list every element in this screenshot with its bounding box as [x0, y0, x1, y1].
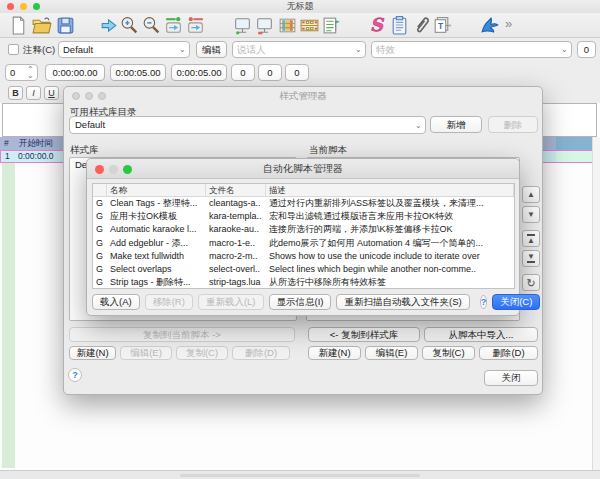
storage-copy-button[interactable]: 复制(C)	[176, 346, 228, 360]
grid-header-start-time: 开始时间	[19, 137, 53, 150]
import-from-script-button[interactable]: 从脚本中导入...	[424, 327, 538, 342]
shift-times-forward-icon[interactable]	[163, 15, 184, 36]
styling-assistant-icon[interactable]	[321, 15, 342, 36]
help-button[interactable]: ?	[68, 368, 82, 382]
script-resolution-icon[interactable]	[254, 15, 275, 36]
margin-left-field[interactable]: 0	[231, 64, 255, 81]
row-index: 1	[5, 151, 10, 162]
scripts-table[interactable]: 名称 文件名 描述 GClean Tags - 整理特...cleantags-…	[92, 183, 515, 289]
current-script-label: 当前脚本	[309, 144, 347, 157]
translation-pages-icon[interactable]: T	[431, 15, 452, 36]
save-file-icon[interactable]	[55, 15, 76, 36]
grid-scrollbar-gutter[interactable]	[592, 137, 600, 479]
open-file-icon[interactable]	[31, 15, 52, 36]
style-select[interactable]: Default⌄	[58, 41, 190, 58]
edit-style-button[interactable]: 编辑	[196, 41, 227, 58]
overflow-chevron-icon[interactable]: »	[505, 16, 512, 31]
copy-to-storage-button[interactable]: <- 复制到样式库	[308, 327, 420, 342]
script-row[interactable]: GAutomatic karaoke l...karaoke-au..连接所选行…	[93, 223, 514, 236]
dialog-close-icon[interactable]	[95, 165, 104, 174]
zoom-window-icon[interactable]	[33, 3, 40, 10]
move-down-icon[interactable]: ▼	[522, 206, 540, 223]
close-window-icon[interactable]	[7, 3, 14, 10]
script-copy-button[interactable]: 复制(C)	[422, 346, 475, 360]
styles-grid-icon[interactable]	[277, 15, 298, 36]
script-row[interactable]: GStrip tags - 删除特...strip-tags.lua从所选行中移…	[93, 276, 514, 289]
attachments-paperclip-icon[interactable]	[412, 15, 433, 36]
row-right-cell	[556, 151, 592, 162]
move-to-bottom-icon[interactable]: ▼	[522, 250, 540, 267]
properties-clipboard-icon[interactable]	[389, 15, 410, 36]
effect-combobox[interactable]: 特效⌄	[371, 41, 572, 58]
grid-header-right-cell	[556, 137, 592, 150]
styles-manager-s-icon[interactable]: S	[366, 15, 387, 36]
layer-field[interactable]: 0	[577, 41, 596, 58]
help-button[interactable]: ?	[480, 295, 488, 309]
horizontal-scrollbar[interactable]	[180, 474, 420, 477]
end-time-field[interactable]: 0:00:05.00	[110, 64, 166, 81]
duration-field[interactable]: 0:00:05.00	[171, 64, 227, 81]
dialog-zoom-icon[interactable]	[123, 165, 132, 174]
automation-wave-icon[interactable]	[479, 15, 500, 36]
storage-delete-button[interactable]: 删除(D)	[232, 346, 290, 360]
automation-buttons: 载入(A) 移除(R) 重新载入(L) 显示信息(I) 重新扫描自动载入文件夹(…	[87, 294, 519, 310]
window-title: 无标题	[287, 1, 314, 11]
script-properties-icon[interactable]	[232, 15, 253, 36]
script-row[interactable]: GClean Tags - 整理特...cleantags-a..通过对行内重新…	[93, 197, 514, 210]
move-to-top-icon[interactable]: ▲	[522, 230, 540, 247]
margin-vertical-field[interactable]: 0	[285, 64, 309, 81]
jump-arrow-icon[interactable]	[98, 15, 119, 36]
column-name[interactable]: 名称	[107, 184, 206, 196]
scripts-table-header[interactable]: 名称 文件名 描述	[93, 184, 514, 197]
actor-combobox[interactable]: 说话人⌄	[232, 41, 366, 58]
comment-checkbox[interactable]	[8, 44, 19, 55]
status-bar	[0, 470, 600, 479]
edit-row-style: 注释(C) Default⌄ 编辑 说话人⌄ 特效⌄ 0	[0, 38, 600, 61]
script-row[interactable]: G应用卡拉OK模板kara-templa..宏和导出滤镜通过模版语言来应用卡拉O…	[93, 210, 514, 223]
column-filename[interactable]: 文件名	[206, 184, 266, 196]
storage-edit-button[interactable]: 编辑(E)	[120, 346, 172, 360]
load-script-button[interactable]: 载入(A)	[92, 294, 140, 310]
svg-text:T: T	[438, 21, 444, 31]
automation-title: 自动化脚本管理器	[87, 159, 519, 179]
style-manager-title: 样式管理器	[64, 87, 542, 104]
script-new-button[interactable]: 新建(N)	[308, 346, 361, 360]
italic-button[interactable]: I	[26, 86, 41, 100]
app-window: 无标题 S T » 注释(C) Default⌄ 编辑 说话人⌄	[0, 0, 600, 479]
column-description[interactable]: 描述	[266, 184, 514, 196]
automation-manager-dialog: 自动化脚本管理器 名称 文件名 描述 GClean Tags - 整理特...c…	[86, 158, 520, 316]
minimize-window-icon[interactable]	[20, 3, 27, 10]
zoom-out-icon[interactable]	[141, 15, 162, 36]
grid-header-index: #	[4, 137, 9, 150]
copy-to-script-button[interactable]: 复制到当前脚本 ->	[69, 327, 295, 342]
margin-right-field[interactable]: 0	[258, 64, 282, 81]
script-row[interactable]: GAdd edgeblur - 添...macro-1-e..此demo展示了如…	[93, 237, 514, 250]
catalog-select[interactable]: Default⌄	[69, 116, 426, 134]
show-info-button[interactable]: 显示信息(I)	[269, 294, 332, 310]
rescan-autoload-button[interactable]: 重新扫描自动载入文件夹(S)	[336, 294, 469, 310]
catalog-new-button[interactable]: 新增	[430, 116, 482, 133]
script-edit-button[interactable]: 编辑(E)	[365, 346, 418, 360]
catalog-delete-button[interactable]: 删除	[488, 116, 538, 133]
style-manager-close-button[interactable]: 关闭	[484, 370, 538, 386]
move-up-icon[interactable]: ▲	[522, 186, 540, 203]
sort-styles-icon[interactable]: ↻	[522, 274, 540, 291]
automation-close-button[interactable]: 关闭(C)	[492, 294, 540, 310]
reload-script-button[interactable]: 重新载入(L)	[198, 294, 264, 310]
storage-new-button[interactable]: 新建(N)	[69, 346, 116, 360]
underline-button[interactable]: U	[44, 86, 59, 100]
layer-stepper[interactable]: 0⌃⌄	[5, 64, 38, 81]
edit-row-times: 0⌃⌄ 0:00:00.00 0:00:05.00 0:00:05.00 0 0…	[0, 61, 600, 84]
script-delete-button[interactable]: 删除(D)	[479, 346, 538, 360]
dialog-minimize-icon[interactable]	[109, 165, 118, 174]
remove-script-button[interactable]: 移除(R)	[145, 294, 193, 310]
bold-button[interactable]: B	[8, 86, 23, 100]
timing-film-icon[interactable]	[299, 15, 320, 36]
script-row[interactable]: GSelect overlapsselect-overl..Select lin…	[93, 263, 514, 276]
script-row[interactable]: GMake text fullwidthmacro-2-m..Shows how…	[93, 250, 514, 263]
start-time-field[interactable]: 0:00:00.00	[45, 64, 105, 81]
new-file-icon[interactable]	[8, 15, 29, 36]
zoom-in-icon[interactable]	[119, 15, 140, 36]
shift-times-backward-icon[interactable]	[185, 15, 206, 36]
main-toolbar: S T »	[0, 13, 600, 38]
